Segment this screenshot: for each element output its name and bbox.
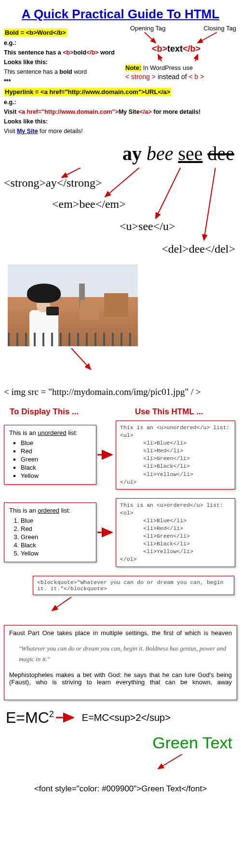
ordered-code: This is an <u>ordered</u> list: <ol> <li…: [116, 498, 235, 567]
list-item: Green: [21, 533, 91, 541]
svg-line-6: [156, 168, 182, 218]
list-item: Blue: [21, 439, 91, 447]
list-item: Yellow: [21, 550, 91, 557]
wordpress-note: Note: In WordPress use: [125, 64, 236, 71]
hyperlink-rendered-example: Visit My Site for more details!: [4, 128, 237, 135]
arrow-icon: [54, 713, 78, 722]
svg-line-0: [145, 32, 156, 43]
arrow-icon: [96, 450, 116, 460]
svg-line-11: [52, 597, 71, 610]
svg-line-13: [158, 754, 182, 769]
looks-like-label-2: Looks like this:: [4, 118, 237, 125]
arrow-icon: [96, 528, 116, 537]
list-item: Yellow: [21, 472, 91, 479]
eg-label-2: e.g.:: [4, 99, 237, 106]
svg-line-2: [158, 54, 161, 61]
green-text-rendered: Green Text: [4, 733, 232, 752]
display-header: To Display This ...: [10, 407, 106, 417]
hyperlink-source-example: Visit <a href="http://www.domain.com">My…: [4, 108, 237, 115]
bold-section: Opening Tag Closing Tag <b>text</b> Note…: [4, 28, 237, 85]
tag-diagram: Opening Tag Closing Tag <b>text</b> Note…: [125, 25, 236, 87]
list-item: Black: [21, 464, 91, 471]
opening-tag-label: Opening Tag: [130, 25, 166, 32]
strong-tag-example: <strong>ay</strong>: [4, 176, 102, 190]
img-tag-example: < img src = "http://mydomain.com/img/pic…: [4, 387, 237, 397]
svg-line-8: [71, 348, 91, 369]
list-item: Green: [21, 456, 91, 463]
blockquote-rendered: Faust Part One takes place in multiple s…: [4, 625, 237, 700]
image-section: < img src = "http://mydomain.com/img/pic…: [4, 264, 237, 397]
list-item: Red: [21, 448, 91, 455]
emc-rendered: E=MC2: [6, 709, 54, 727]
sample-photo: [8, 264, 138, 346]
blockquote-code: <blockquote>"Whatever you can do or drea…: [33, 576, 234, 595]
list-item: Black: [21, 542, 91, 549]
list-item: Red: [21, 525, 91, 532]
tag-sample: <b>text</b>: [152, 44, 201, 54]
hyperlink-section: Hyperlink = <a href="http://www.domain.c…: [4, 88, 237, 135]
del-tag-example: <del>dee</del>: [161, 243, 235, 256]
html-header: Use This HTML ...: [135, 407, 203, 417]
unordered-list-pair: This is an unordered list: Blue Red Gree…: [4, 420, 237, 489]
unordered-code: This is an <u>unordered</u> list: <ul> <…: [116, 420, 235, 489]
svg-line-1: [198, 32, 217, 43]
superscript-section: E=MC2 E=MC<sup>2</sup>: [6, 709, 237, 727]
svg-line-7: [204, 168, 216, 240]
emc-code: E=MC<sup>2</sup>: [82, 712, 171, 723]
svg-line-5: [105, 168, 144, 197]
page-title: A Quick Practical Guide To HTML: [4, 7, 237, 22]
ordered-list-pair: This is an ordered list: Blue Red Green …: [4, 498, 237, 567]
bold-formula: Bold = <b>Word</b>: [4, 28, 67, 37]
em-tag-example: <em>bee</em>: [52, 198, 126, 211]
svg-line-4: [62, 168, 103, 177]
styled-words: ay bee see dee: [4, 142, 234, 165]
wordpress-note-2: < strong > instead of < b >: [125, 73, 236, 81]
styles-demo: ay bee see dee <strong>ay</strong> <em>b…: [4, 142, 237, 259]
list-section-header: To Display This ... Use This HTML ...: [4, 407, 237, 417]
svg-line-3: [195, 54, 198, 61]
closing-tag-label: Closing Tag: [203, 25, 236, 32]
u-tag-example: <u>see</u>: [120, 220, 175, 233]
unordered-rendered: This is an unordered list: Blue Red Gree…: [4, 425, 96, 485]
blockquote-section: <blockquote>"Whatever you can do or drea…: [4, 576, 237, 700]
hyperlink-formula: Hyperlink = <a href="http://www.domain.c…: [4, 88, 171, 96]
font-tag-code: <font style="color: #009900">Green Text<…: [4, 784, 237, 794]
list-item: Blue: [21, 517, 91, 524]
color-section: Green Text <font style="color: #009900">…: [4, 733, 237, 794]
ordered-rendered: This is an ordered list: Blue Red Green …: [4, 502, 96, 562]
